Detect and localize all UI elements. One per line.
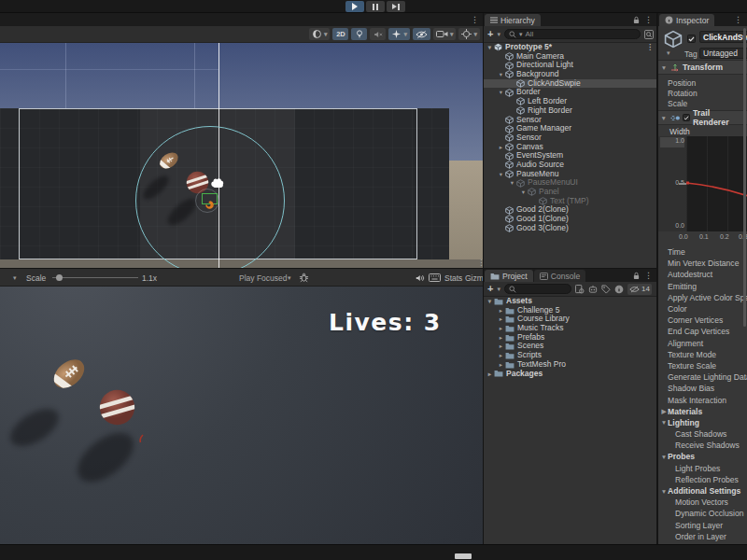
gizmos-button[interactable]: ▾ [458, 28, 480, 40]
mute-audio-icon[interactable] [415, 273, 425, 283]
hierarchy-item-good-2-clone[interactable]: Good 2(Clone) [484, 205, 657, 215]
foldout-arrow-icon[interactable]: ▸ [497, 342, 505, 351]
project-item-scenes[interactable]: ▸Scenes [484, 342, 657, 351]
hierarchy-item-audio-source[interactable]: Audio Source [484, 161, 657, 170]
hidden-count-button[interactable]: 14 [627, 284, 652, 295]
hierarchy-item-good-3-clone[interactable]: Good 3(Clone) [484, 224, 657, 233]
foldout-arrow-icon[interactable]: ▾ [508, 178, 516, 188]
hidden-objects-button[interactable] [413, 28, 430, 40]
hierarchy-item-prototype-5[interactable]: ▾Prototype 5*⋮ [484, 43, 657, 52]
foldout-arrow-icon[interactable]: ▶ [660, 408, 668, 415]
vsync-keyboard-icon[interactable] [429, 273, 441, 282]
hierarchy-item-game-manager[interactable]: Game Manager [484, 124, 657, 133]
graph-plot-area[interactable] [686, 136, 747, 231]
editor-info-icon[interactable] [614, 285, 624, 294]
transform-rotation-label[interactable]: Rotation [668, 89, 698, 98]
game-viewport[interactable]: Lives: 3 [0, 287, 484, 544]
foldout-arrow-icon[interactable]: ▼ [660, 488, 668, 495]
inspector-property-generate-lighting-data[interactable]: Generate Lighting Data [658, 371, 747, 383]
inspector-property-autodestruct[interactable]: Autodestruct [658, 269, 747, 280]
search-by-label-icon[interactable] [601, 285, 611, 294]
panel-divider[interactable] [0, 268, 657, 269]
inspector-property-texture-scale[interactable]: Texture Scale [658, 360, 747, 371]
scene-lighting-button[interactable] [351, 28, 367, 40]
pause-button[interactable] [366, 1, 385, 12]
inspector-property-additional-settings[interactable]: ▼Additional Settings [658, 485, 747, 497]
2d-toggle-button[interactable]: 2D [332, 28, 348, 40]
project-item-course-library[interactable]: ▸Course Library [484, 315, 657, 324]
inspector-property-corner-vertices[interactable]: Corner Vertices [658, 315, 747, 326]
inspector-property-texture-mode[interactable]: Texture Mode [658, 349, 747, 360]
foldout-arrow-icon[interactable]: ▼ [660, 419, 668, 426]
inspector-property-materials[interactable]: ▶Materials [658, 406, 747, 417]
striped-ball-object[interactable] [97, 387, 137, 427]
object-icon-caret[interactable]: ▾ [667, 49, 670, 56]
scene-audio-button[interactable] [370, 28, 386, 40]
trail-width-curve-graph[interactable]: 1.0 0.5 0.0 [658, 136, 747, 231]
item-menu-kebab-icon[interactable]: ⋮ [646, 43, 654, 52]
transform-position-label[interactable]: Position [668, 78, 696, 88]
foldout-arrow-icon[interactable]: ▾ [519, 188, 528, 197]
hierarchy-item-directional-light[interactable]: Directional Light [484, 61, 657, 70]
stats-button[interactable]: Stats [444, 273, 462, 283]
inspector-property-probes[interactable]: ▼Probes [658, 451, 747, 462]
hierarchy-item-right-border[interactable]: Right Border [484, 106, 657, 116]
panel-divider[interactable] [483, 13, 484, 544]
hierarchy-item-canvas[interactable]: ▸Canvas [484, 143, 657, 152]
shading-mode-button[interactable]: ▾ [309, 28, 331, 40]
foldout-arrow-icon[interactable]: ▼ [660, 454, 668, 460]
inspector-property-light-probes[interactable]: Light Probes [658, 463, 747, 474]
inspector-property-motion-vectors[interactable]: Motion Vectors [658, 497, 747, 508]
project-item-packages[interactable]: ▸Packages [484, 370, 657, 379]
play-button[interactable] [345, 1, 364, 12]
inspector-property-mask-interaction[interactable]: Mask Interaction [658, 394, 747, 405]
project-item-scripts[interactable]: ▸Scripts [484, 351, 657, 360]
scale-slider-track[interactable] [52, 277, 138, 278]
step-button[interactable] [387, 1, 405, 12]
inspector-property-alignment[interactable]: Alignment [658, 338, 747, 349]
inspector-property-reflection-probes[interactable]: Reflection Probes [658, 474, 747, 485]
hierarchy-item-border[interactable]: ▾Border [484, 88, 657, 97]
inspector-scrollbar[interactable] [743, 28, 746, 327]
foldout-arrow-icon[interactable]: ▸ [497, 324, 505, 333]
add-asset-button[interactable]: + [487, 284, 493, 294]
inspector-property-dynamic-occlusion[interactable]: Dynamic Occlusion [658, 508, 747, 519]
inspector-property-apply-active-color-space[interactable]: Apply Active Color Space [658, 292, 747, 303]
effects-button[interactable]: ▾ [388, 28, 410, 40]
dropdown-caret-icon[interactable]: ▾ [497, 286, 500, 292]
object-name-field[interactable]: ClickAndSwpie [699, 31, 747, 43]
hierarchy-item-sensor[interactable]: Sensor [484, 133, 657, 143]
foldout-arrow-icon[interactable]: ▸ [497, 306, 505, 315]
inspector-property-end-cap-vertices[interactable]: End Cap Vertices [658, 326, 747, 337]
transform-scale-label[interactable]: Scale [668, 99, 687, 108]
add-gameobject-button[interactable]: + [487, 29, 493, 39]
tab-inspector[interactable]: Inspector [659, 14, 714, 26]
component-enabled-checkbox[interactable] [683, 114, 690, 121]
foldout-arrow-icon[interactable]: ▾ [486, 297, 494, 306]
transform-component-header[interactable]: ▼ Transform [658, 60, 747, 75]
dropdown-caret-icon[interactable]: ▾ [288, 274, 291, 281]
project-item-prefabs[interactable]: ▸Prefabs [484, 333, 657, 343]
debug-bug-icon[interactable] [299, 273, 309, 283]
project-search-input[interactable] [504, 284, 571, 294]
foldout-arrow-icon[interactable]: ▸ [497, 351, 505, 360]
hierarchy-item-good-1-clone[interactable]: Good 1(Clone) [484, 215, 657, 224]
inspector-property-time[interactable]: Time [658, 246, 747, 258]
inspector-property-color[interactable]: Color [658, 303, 747, 315]
tab-console[interactable]: Console [534, 270, 586, 282]
inspector-menu-kebab-icon[interactable]: ⋮ [734, 16, 742, 24]
tag-dropdown[interactable]: Untagged [699, 48, 747, 59]
hierarchy-item-clickandswpie[interactable]: ClickAndSwpie [484, 79, 657, 89]
inspector-property-sorting-layer[interactable]: Sorting Layer [658, 520, 747, 531]
scene-menu-kebab-icon[interactable]: ⋮ [471, 16, 479, 24]
active-checkbox[interactable] [687, 35, 696, 43]
dropdown-caret-icon[interactable]: ▾ [497, 31, 500, 37]
hierarchy-item-eventsystem[interactable]: EventSystem [484, 151, 657, 161]
search-by-type-icon[interactable] [575, 285, 585, 294]
display-dropdown-icon[interactable]: ▾ [13, 274, 17, 281]
foldout-arrow-icon[interactable]: ▾ [486, 43, 494, 52]
scene-camera-button[interactable]: ▾ [433, 28, 457, 40]
inspector-property-lighting[interactable]: ▼Lighting [658, 417, 747, 428]
project-menu-kebab-icon[interactable]: ⋮ [644, 272, 653, 280]
hierarchy-item-text-tmp[interactable]: Text (TMP) [484, 197, 657, 206]
